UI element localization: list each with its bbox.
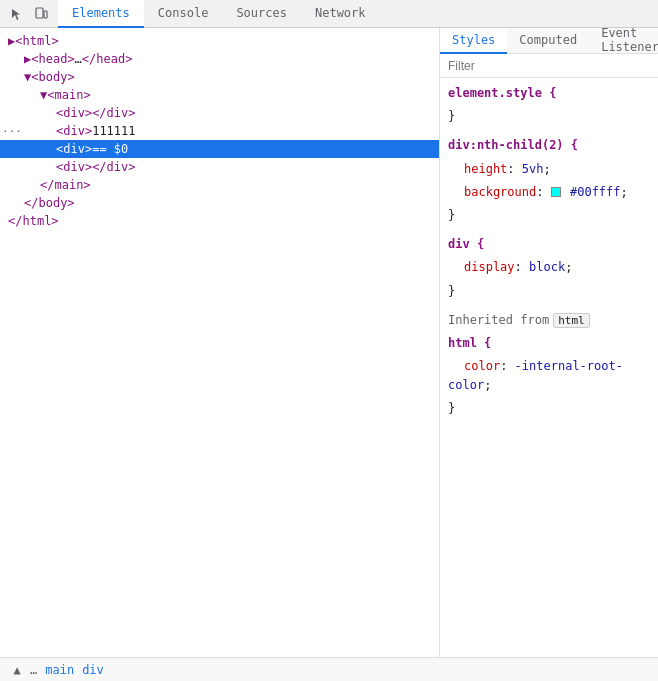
tab-styles[interactable]: Styles — [440, 28, 507, 54]
tab-computed[interactable]: Computed — [507, 28, 589, 54]
css-prop-height[interactable]: height: 5vh; — [440, 158, 658, 181]
css-rule-element-style: element.style { } — [440, 82, 658, 128]
css-close-brace: } — [440, 280, 658, 303]
inherited-tag[interactable]: html — [553, 313, 590, 328]
dom-line[interactable]: ▼ <main> — [0, 86, 439, 104]
cursor-icon[interactable] — [6, 3, 28, 25]
device-icon[interactable] — [30, 3, 52, 25]
css-rule-html: html { color: -internal-root-color; } — [440, 332, 658, 421]
dom-line[interactable]: </body> — [0, 194, 439, 212]
dom-line[interactable]: </main> — [0, 176, 439, 194]
inherited-header: Inherited from html — [440, 309, 658, 332]
tab-network[interactable]: Network — [301, 0, 380, 28]
dom-line[interactable]: <div></div> — [0, 158, 439, 176]
main-layout: ▶ <html> ▶ <head> … </head> ▼ <body> ▼ — [0, 28, 658, 657]
css-close-brace: } — [440, 105, 658, 128]
styles-tabs: Styles Computed Event Listeners — [440, 28, 658, 54]
dom-line[interactable]: </html> — [0, 212, 439, 230]
svg-rect-1 — [44, 11, 47, 18]
css-selector-line[interactable]: div:nth-child(2) { — [440, 134, 658, 157]
top-tab-bar: Elements Console Sources Network — [0, 0, 658, 28]
breadcrumb-dots[interactable]: … — [30, 663, 37, 677]
css-prop-background[interactable]: background: #00ffff; — [440, 181, 658, 204]
breadcrumb-main[interactable]: main — [45, 663, 74, 677]
css-selector-line[interactable]: element.style { — [440, 82, 658, 105]
dom-line[interactable]: ··· <div>111111 — [0, 122, 439, 140]
dom-line-selected[interactable]: <div> == $0 — [0, 140, 439, 158]
dom-tree: ▶ <html> ▶ <head> … </head> ▼ <body> ▼ — [0, 28, 439, 628]
scroll-up-button[interactable]: ▲ — [8, 661, 26, 679]
styles-panel: Styles Computed Event Listeners element.… — [440, 28, 658, 657]
toolbar-icons — [0, 3, 58, 25]
filter-bar — [440, 54, 658, 78]
tab-sources[interactable]: Sources — [222, 0, 301, 28]
css-rule-div: div { display: block; } — [440, 233, 658, 303]
dom-line[interactable]: ▶ <head> … </head> — [0, 50, 439, 68]
tab-event-listeners[interactable]: Event Listeners — [589, 28, 658, 54]
css-prop-color[interactable]: color: -internal-root-color; — [440, 355, 658, 397]
breadcrumb-div[interactable]: div — [82, 663, 104, 677]
svg-rect-0 — [36, 8, 43, 18]
css-rule-nth-child: div:nth-child(2) { height: 5vh; backgrou… — [440, 134, 658, 227]
styles-content: element.style { } div:nth-child(2) { hei… — [440, 78, 658, 657]
tab-console[interactable]: Console — [144, 0, 223, 28]
css-selector-line[interactable]: div { — [440, 233, 658, 256]
color-swatch-cyan — [551, 187, 561, 197]
filter-input[interactable] — [448, 59, 650, 73]
dom-panel: ▶ <html> ▶ <head> … </head> ▼ <body> ▼ — [0, 28, 440, 657]
breadcrumb-bar: ▲ … main div — [0, 657, 658, 681]
css-close-brace: } — [440, 397, 658, 420]
dom-line[interactable]: <div></div> — [0, 104, 439, 122]
css-prop-display[interactable]: display: block; — [440, 256, 658, 279]
dom-line[interactable]: ▼ <body> — [0, 68, 439, 86]
tab-elements[interactable]: Elements — [58, 0, 144, 28]
css-close-brace: } — [440, 204, 658, 227]
dom-line[interactable]: ▶ <html> — [0, 32, 439, 50]
css-selector-html[interactable]: html { — [440, 332, 658, 355]
three-dots: ··· — [0, 125, 22, 138]
